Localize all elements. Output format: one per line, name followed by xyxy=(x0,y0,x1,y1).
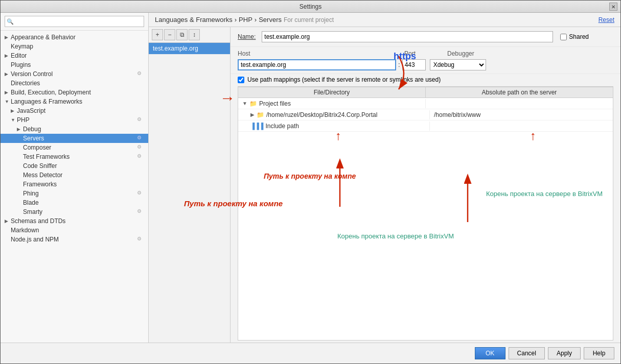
server-cell[interactable] xyxy=(426,103,613,105)
table-body: ▼ 📁 Project files ▶ xyxy=(238,98,613,340)
sidebar-item-mess-detector[interactable]: Mess Detector xyxy=(1,171,148,180)
sidebar-item-label: Version Control xyxy=(11,70,137,78)
colon: : xyxy=(398,59,400,70)
sidebar-item-label: Editor xyxy=(11,52,144,59)
sidebar-item-javascript[interactable]: ▶ JavaScript xyxy=(1,106,148,115)
expand-arrow: ▶ xyxy=(5,35,11,40)
path-mappings-checkbox[interactable] xyxy=(238,77,244,83)
table-row: ▶ 📁 /home/ruzel/Desktop/Bitrix24.Corp.Po… xyxy=(238,109,613,120)
help-button[interactable]: Help xyxy=(584,347,614,359)
port-input[interactable] xyxy=(402,59,426,70)
sidebar-item-blade[interactable]: Blade xyxy=(1,198,148,207)
file-cell: ▶ 📁 /home/ruzel/Desktop/Bitrix24.Corp.Po… xyxy=(238,110,430,119)
name-row: Name: Shared xyxy=(231,27,620,47)
debugger-select[interactable]: Xdebug Zend Debugger xyxy=(430,59,486,70)
ok-button[interactable]: OK xyxy=(475,347,505,359)
hdc-block: Host Port Debugger : Xdebu xyxy=(231,47,620,74)
sidebar-item-languages[interactable]: ▼ Languages & Frameworks xyxy=(1,97,148,106)
path-mappings-row: Use path mappings (select if the server … xyxy=(238,76,613,83)
gear-icon: ⚙ xyxy=(137,144,144,151)
gear-icon: ⚙ xyxy=(137,190,144,197)
file-label: Include path xyxy=(266,123,299,130)
gear-icon: ⚙ xyxy=(137,116,144,124)
sidebar: 🔍 ▶ Appearance & Behavior Keymap ▶ xyxy=(1,13,149,343)
sidebar-item-label: Servers xyxy=(23,135,137,142)
expand-arrow: ▼ xyxy=(11,117,17,123)
bar-chart-icon: ▐▐▐ xyxy=(250,123,264,130)
cancel-button[interactable]: Cancel xyxy=(509,347,545,359)
sidebar-item-label: Markdown xyxy=(11,227,144,234)
server-list-panel: + − ⧉ ↕ test.example.org xyxy=(149,27,231,343)
breadcrumb-part1: Languages & Frameworks xyxy=(155,16,233,23)
folder-icon: 📁 xyxy=(257,111,264,118)
close-button[interactable]: ✕ xyxy=(609,3,617,11)
shared-row: Shared xyxy=(560,33,589,40)
server-cell[interactable]: /home/bitrix/www xyxy=(430,110,613,119)
port-label: Port xyxy=(404,50,416,57)
sidebar-item-appearance[interactable]: ▶ Appearance & Behavior xyxy=(1,33,148,42)
gear-icon: ⚙ xyxy=(137,153,144,160)
sidebar-item-php[interactable]: ▼ PHP ⚙ xyxy=(1,115,148,125)
bottom-bar: OK Cancel Apply Help xyxy=(1,343,620,363)
sidebar-item-label: Schemas and DTDs xyxy=(11,217,144,225)
window-title: Settings xyxy=(300,3,321,10)
shared-checkbox[interactable] xyxy=(560,34,567,40)
search-bar: 🔍 xyxy=(1,13,148,31)
debugger-label: Debugger xyxy=(447,50,474,57)
path-block: Use path mappings (select if the server … xyxy=(231,74,620,343)
remove-server-button[interactable]: − xyxy=(164,29,175,40)
breadcrumb-bar: Languages & Frameworks › PHP › Servers F… xyxy=(149,13,620,27)
server-cell[interactable] xyxy=(430,125,613,127)
sidebar-item-label: Node.js and NPM xyxy=(11,236,137,243)
sidebar-item-debug[interactable]: ▶ Debug xyxy=(1,125,148,134)
move-server-button[interactable]: ↕ xyxy=(189,29,200,40)
host-input[interactable] xyxy=(238,59,396,70)
col-server-header: Absolute path on the server xyxy=(426,87,613,98)
search-input[interactable] xyxy=(5,16,144,27)
sidebar-item-editor[interactable]: ▶ Editor xyxy=(1,51,148,60)
sidebar-item-frameworks[interactable]: Frameworks xyxy=(1,180,148,189)
sidebar-item-code-sniffer[interactable]: Code Sniffer xyxy=(1,161,148,171)
sidebar-item-schemas[interactable]: ▶ Schemas and DTDs xyxy=(1,216,148,226)
sidebar-item-servers[interactable]: Servers ⚙ xyxy=(1,134,148,143)
sidebar-item-markdown[interactable]: Markdown xyxy=(1,226,148,235)
sidebar-item-label: JavaScript xyxy=(17,107,144,114)
sidebar-item-label: Plugins xyxy=(11,61,144,68)
settings-window: Settings ✕ 🔍 ▶ Appearance & Behavior xyxy=(0,0,621,364)
table-header: File/Directory Absolute path on the serv… xyxy=(238,87,613,98)
main-content: 🔍 ▶ Appearance & Behavior Keymap ▶ xyxy=(1,13,620,343)
table-row: ▐▐▐ Include path xyxy=(238,120,613,132)
sidebar-item-composer[interactable]: Composer ⚙ xyxy=(1,143,148,152)
add-server-button[interactable]: + xyxy=(152,29,163,40)
apply-button[interactable]: Apply xyxy=(548,347,581,359)
sidebar-item-label: Build, Execution, Deployment xyxy=(11,89,144,96)
copy-server-button[interactable]: ⧉ xyxy=(176,29,188,40)
sidebar-item-label: Mess Detector xyxy=(23,172,144,179)
expand-arrow: ▶ xyxy=(17,127,23,132)
sidebar-item-smarty[interactable]: Smarty ⚙ xyxy=(1,207,148,216)
name-label: Name: xyxy=(238,33,256,40)
sidebar-item-version-control[interactable]: ▶ Version Control ⚙ xyxy=(1,69,148,79)
expand-arrow: ▶ xyxy=(5,53,11,58)
sidebar-item-label: PHP xyxy=(17,116,137,124)
gear-icon: ⚙ xyxy=(137,135,144,142)
gear-icon: ⚙ xyxy=(137,70,144,78)
sidebar-item-test-frameworks[interactable]: Test Frameworks ⚙ xyxy=(1,152,148,161)
sidebar-item-label: Keymap xyxy=(11,43,144,50)
sidebar-item-phing[interactable]: Phing ⚙ xyxy=(1,189,148,198)
sidebar-item-plugins[interactable]: Plugins xyxy=(1,60,148,69)
server-list-item[interactable]: test.example.org xyxy=(149,43,230,55)
sidebar-item-directories[interactable]: Directories xyxy=(1,79,148,88)
breadcrumb-arrow2: › xyxy=(255,16,257,23)
expand-arrow-icon: ▼ xyxy=(242,101,247,106)
sidebar-item-label: Blade xyxy=(23,199,144,206)
gear-icon: ⚙ xyxy=(137,208,144,215)
name-field[interactable] xyxy=(262,31,553,42)
sidebar-item-keymap[interactable]: Keymap xyxy=(1,42,148,51)
breadcrumb-part3: Servers xyxy=(259,16,282,23)
sidebar-item-build[interactable]: ▶ Build, Execution, Deployment xyxy=(1,88,148,97)
sidebar-item-label: Frameworks xyxy=(23,181,144,188)
reset-button[interactable]: Reset xyxy=(599,16,614,23)
sidebar-item-label: Debug xyxy=(23,126,144,133)
sidebar-item-nodejs[interactable]: Node.js and NPM ⚙ xyxy=(1,235,148,244)
